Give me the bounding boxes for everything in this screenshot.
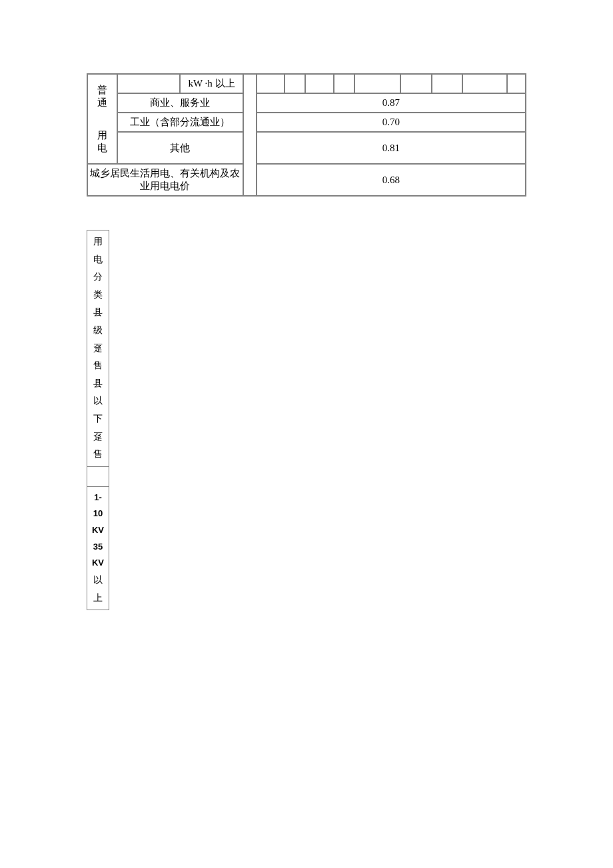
char: 趸	[90, 340, 106, 358]
row-value: 0.70	[257, 113, 526, 132]
empty-cell	[507, 74, 526, 93]
char: 分	[90, 268, 106, 286]
char: 类	[90, 286, 106, 304]
voltage-text: KV	[90, 522, 106, 539]
empty-cell	[305, 74, 333, 93]
empty-cell	[462, 74, 507, 93]
category-voltage-table: 用 电 分 类 县 级 趸 售 县 以 下 趸 售 1- 10 KV	[87, 230, 109, 610]
voltage-text: 上	[90, 590, 106, 608]
header-char: 电	[89, 142, 115, 155]
char: 电	[90, 251, 106, 269]
empty-cell	[400, 74, 432, 93]
row-value: 0.87	[257, 93, 526, 113]
char: 用	[90, 233, 106, 251]
footer-value: 0.68	[257, 164, 526, 196]
empty-cell	[285, 74, 305, 93]
empty-cell	[257, 74, 285, 93]
voltage-text: 1-	[90, 490, 106, 506]
char: 县	[90, 375, 106, 393]
row-label: 其他	[117, 132, 243, 164]
row-label: 商业、服务业	[117, 93, 243, 113]
row-label: 工业（含部分流通业）	[117, 113, 243, 132]
char: 趸	[90, 428, 106, 446]
char: 下	[90, 410, 106, 428]
char: 县	[90, 304, 106, 322]
voltage-text: 以	[90, 572, 106, 590]
header-char: 用	[89, 129, 115, 142]
kwh-header: kW ·h 以上	[180, 74, 243, 93]
empty-cell	[354, 74, 400, 93]
header-char: 通	[89, 97, 115, 109]
char: 售	[90, 446, 106, 464]
vertical-category-cell: 用 电 分 类 县 级 趸 售 县 以 下 趸 售	[87, 230, 109, 467]
voltage-cell: 1- 10 KV 35 KV 以 上	[87, 486, 109, 610]
voltage-text: 10	[90, 506, 106, 522]
category-header: 普 通 用 电	[87, 74, 117, 164]
electricity-pricing-table: 普 通 用 电 kW ·h 以上 商业、服务业 0.87 工业（含部分流通业） …	[87, 73, 526, 197]
spacer-col	[243, 74, 257, 196]
char: 售	[90, 357, 106, 375]
empty-cell	[334, 74, 354, 93]
char: 以	[90, 392, 106, 410]
empty-cell	[87, 466, 109, 486]
footer-label: 城乡居民生活用电、有关机构及农业用电电价	[87, 164, 243, 196]
header-char: 普	[89, 84, 115, 97]
row-value: 0.81	[257, 132, 526, 164]
empty-cell	[432, 74, 463, 93]
empty-cell	[117, 74, 181, 93]
char: 级	[90, 322, 106, 340]
voltage-text: KV	[90, 555, 106, 572]
voltage-text: 35	[90, 539, 106, 556]
